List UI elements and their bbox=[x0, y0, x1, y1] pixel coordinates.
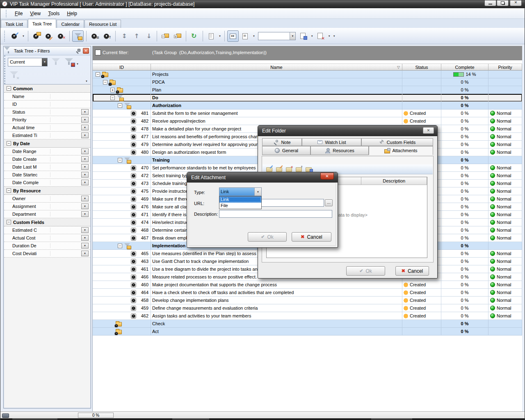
group-row[interactable]: −PDCA0 % bbox=[93, 78, 522, 86]
dialog-tab-attachments[interactable]: Attachments bbox=[369, 146, 433, 155]
edit-folder-title-bar[interactable]: Edit Folder ✕ bbox=[258, 126, 437, 136]
group-row[interactable]: Check0 % bbox=[93, 320, 522, 328]
move-up-button[interactable] bbox=[130, 30, 142, 42]
current-filter-checkbox[interactable] bbox=[95, 50, 101, 55]
edit-folder-cancel-button[interactable]: ✖ Cancel bbox=[395, 266, 429, 276]
filter-field-dropdown[interactable]: ▼ bbox=[81, 251, 89, 256]
dialog-tab-watch-list[interactable]: Watch List bbox=[302, 138, 361, 146]
column-header-priority[interactable]: Priority bbox=[488, 64, 522, 71]
filter-field-dropdown[interactable]: ▼ bbox=[81, 203, 89, 209]
edit-task-button[interactable] bbox=[43, 30, 55, 42]
type-dropdown-button[interactable]: ▼ bbox=[254, 188, 261, 196]
filter-preset-combobox[interactable]: Current bbox=[8, 58, 48, 66]
filter-row-estimated-c[interactable]: Estimated C▼ bbox=[4, 226, 90, 234]
collapse-icon[interactable]: − bbox=[7, 220, 11, 224]
group-row[interactable]: +Plan0 % bbox=[93, 86, 522, 94]
save-layout-button[interactable] bbox=[298, 30, 309, 42]
tab-task-list[interactable]: Task List bbox=[1, 20, 27, 28]
menu-help[interactable]: Help bbox=[63, 9, 81, 18]
filter-field-dropdown[interactable]: ▼ bbox=[81, 109, 89, 115]
filter-row-actual-time[interactable]: Actual time▼ bbox=[4, 124, 90, 132]
filter-field-dropdown[interactable]: ▼ bbox=[81, 243, 89, 249]
filter-row-date-range[interactable]: Date Range▼ bbox=[4, 148, 90, 155]
filter-row-cost-deviati[interactable]: Cost Deviati▼ bbox=[4, 250, 90, 258]
group-row[interactable]: Act0 % bbox=[93, 328, 522, 336]
task-row[interactable]: 462Assign tasks and activities to your t… bbox=[93, 312, 522, 320]
delete-layout-button[interactable] bbox=[315, 30, 326, 42]
edit-folder-close-button[interactable]: ✕ bbox=[423, 127, 434, 134]
filter-row-name[interactable]: Name bbox=[4, 93, 90, 100]
menu-view[interactable]: View bbox=[26, 9, 44, 18]
move-down-button[interactable] bbox=[143, 30, 154, 42]
filter-field-dropdown[interactable]: ▼ bbox=[81, 227, 89, 233]
task-row[interactable]: 482Receive approval/rejectionCreated0 %N… bbox=[93, 117, 522, 125]
filter-toolbar-overflow[interactable]: ▼ bbox=[85, 80, 88, 82]
filter-field-dropdown[interactable]: ▼ bbox=[81, 148, 89, 154]
filter-row-owner[interactable]: Owner▼ bbox=[4, 195, 90, 203]
print-export-button[interactable] bbox=[205, 30, 217, 42]
tree-expander[interactable]: − bbox=[96, 72, 100, 77]
filter-row-status[interactable]: Status▼ bbox=[4, 108, 90, 116]
filter-section-by-date[interactable]: −By Date bbox=[4, 139, 90, 148]
menu-tools[interactable]: Tools bbox=[44, 9, 63, 18]
collapse-icon[interactable]: − bbox=[7, 141, 11, 146]
edit-attachment-close-button[interactable]: ✕ bbox=[320, 173, 334, 180]
layout-combobox[interactable] bbox=[258, 32, 296, 40]
tree-expander[interactable]: − bbox=[118, 244, 122, 248]
new-task-dropdown[interactable]: ▼ bbox=[21, 31, 26, 41]
filter-row-date-startec[interactable]: Date Startec▼ bbox=[4, 171, 90, 179]
dialog-tab-general[interactable]: General bbox=[262, 146, 310, 155]
grid-layout-button[interactable] bbox=[240, 30, 251, 42]
menu-file[interactable]: File bbox=[11, 9, 26, 18]
filter-tasks-button[interactable] bbox=[72, 30, 84, 42]
edit-folder-ok-button[interactable]: ✔ Ok bbox=[346, 266, 385, 276]
task-row[interactable]: 464Have a check sheet to check off tasks… bbox=[93, 289, 522, 297]
task-row[interactable]: 481Submit the form to the senior managem… bbox=[93, 110, 522, 117]
filter-field-dropdown[interactable]: ▼ bbox=[81, 164, 89, 170]
filter-section-custom-fields[interactable]: −Custom Fields bbox=[4, 218, 90, 226]
minimize-button[interactable] bbox=[484, 0, 496, 6]
tab-resource-list[interactable]: Resource List bbox=[84, 20, 121, 28]
move-task-button[interactable] bbox=[118, 30, 130, 42]
task-row[interactable]: 460Make project documentation that suppo… bbox=[93, 281, 522, 289]
tree-expander[interactable]: − bbox=[103, 80, 107, 84]
collapse-icon[interactable]: − bbox=[7, 86, 11, 91]
tab-calendar[interactable]: Calendar bbox=[57, 20, 84, 28]
group-row[interactable]: −Authorization0 % bbox=[93, 102, 522, 110]
collapse-all-button[interactable] bbox=[160, 30, 171, 42]
task-update-button[interactable] bbox=[101, 30, 113, 42]
print-export-dropdown[interactable]: ▼ bbox=[217, 31, 222, 41]
filter-panel-close-button[interactable]: ✕ bbox=[83, 48, 89, 54]
filter-field-dropdown[interactable]: ▼ bbox=[81, 132, 89, 138]
edit-attachment-ok-button[interactable]: ✔ Ok bbox=[248, 232, 287, 242]
filter-row-duration-de[interactable]: Duration De▼ bbox=[4, 242, 90, 250]
save-filter-dropdown[interactable]: ▼ bbox=[75, 59, 80, 69]
tree-expander[interactable]: − bbox=[118, 158, 122, 162]
task-notes-button[interactable] bbox=[89, 30, 100, 42]
type-option-file[interactable]: File bbox=[219, 203, 261, 209]
column-header-name[interactable]: Name▽ bbox=[151, 64, 402, 71]
dialog-tab-resources[interactable]: Resources bbox=[310, 146, 369, 155]
filter-row-department[interactable]: Department▼ bbox=[4, 210, 90, 218]
filter-row-priority[interactable]: Priority▼ bbox=[4, 116, 90, 124]
delete-task-button[interactable] bbox=[55, 30, 67, 42]
dialog-tab-custom-fields[interactable]: Custom Fields bbox=[361, 138, 433, 146]
filter-field-dropdown[interactable]: ▼ bbox=[81, 235, 89, 241]
group-row[interactable]: −Projects14 % bbox=[93, 71, 522, 78]
type-option-link[interactable]: Link bbox=[219, 196, 261, 203]
description-input[interactable] bbox=[219, 210, 332, 218]
filter-section-by-resource[interactable]: −By Resource bbox=[4, 187, 90, 195]
tab-task-tree[interactable]: Task Tree bbox=[28, 19, 57, 28]
expand-all-button[interactable] bbox=[172, 30, 183, 42]
delete-layout-dropdown[interactable]: ▼ bbox=[327, 31, 332, 41]
task-row[interactable]: 459Define change measurements and evalua… bbox=[93, 304, 522, 312]
type-combobox[interactable]: Link ▼ bbox=[219, 187, 262, 196]
filter-field-dropdown[interactable]: ▼ bbox=[81, 156, 89, 162]
filter-row-date-last-m[interactable]: Date Last M▼ bbox=[4, 163, 90, 171]
filter-row-date-create[interactable]: Date Create▼ bbox=[4, 155, 90, 163]
pin-icon[interactable] bbox=[76, 48, 81, 53]
new-task-button[interactable] bbox=[9, 30, 21, 42]
new-task-in-group-button[interactable] bbox=[31, 30, 42, 42]
column-header-status[interactable]: Status bbox=[402, 64, 441, 71]
open-attachment-icon[interactable] bbox=[296, 167, 302, 172]
